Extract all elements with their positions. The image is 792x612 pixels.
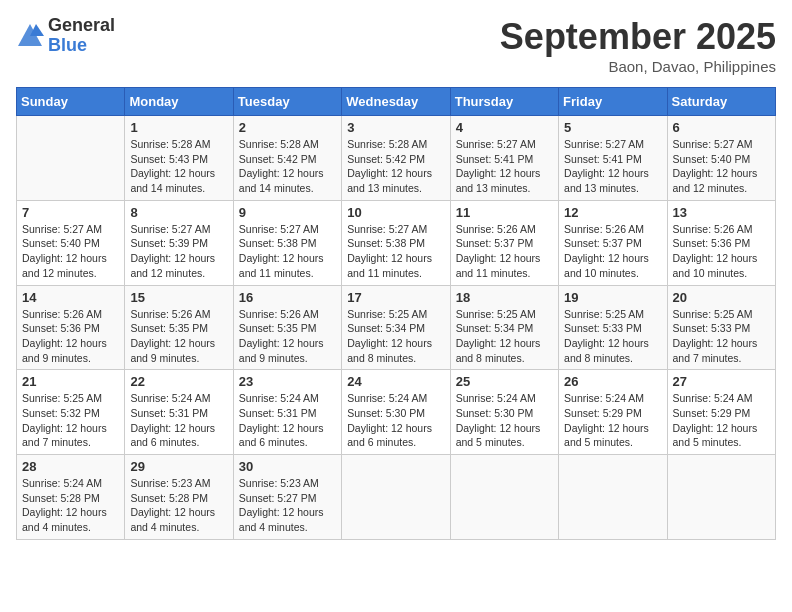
day-info: Sunrise: 5:24 AM Sunset: 5:29 PM Dayligh…: [564, 391, 661, 450]
logo-general: General: [48, 15, 115, 35]
calendar-cell: 30Sunrise: 5:23 AM Sunset: 5:27 PM Dayli…: [233, 455, 341, 540]
title-block: September 2025 Baon, Davao, Philippines: [500, 16, 776, 75]
calendar-header: SundayMondayTuesdayWednesdayThursdayFrid…: [17, 88, 776, 116]
day-info: Sunrise: 5:25 AM Sunset: 5:34 PM Dayligh…: [347, 307, 444, 366]
day-info: Sunrise: 5:26 AM Sunset: 5:35 PM Dayligh…: [239, 307, 336, 366]
day-number: 10: [347, 205, 444, 220]
calendar-cell: 26Sunrise: 5:24 AM Sunset: 5:29 PM Dayli…: [559, 370, 667, 455]
weekday-header-monday: Monday: [125, 88, 233, 116]
calendar-cell: [450, 455, 558, 540]
calendar-cell: 18Sunrise: 5:25 AM Sunset: 5:34 PM Dayli…: [450, 285, 558, 370]
day-number: 23: [239, 374, 336, 389]
calendar-table: SundayMondayTuesdayWednesdayThursdayFrid…: [16, 87, 776, 540]
calendar-cell: 20Sunrise: 5:25 AM Sunset: 5:33 PM Dayli…: [667, 285, 775, 370]
calendar-cell: 28Sunrise: 5:24 AM Sunset: 5:28 PM Dayli…: [17, 455, 125, 540]
day-info: Sunrise: 5:26 AM Sunset: 5:35 PM Dayligh…: [130, 307, 227, 366]
calendar-cell: 7Sunrise: 5:27 AM Sunset: 5:40 PM Daylig…: [17, 200, 125, 285]
day-number: 17: [347, 290, 444, 305]
day-number: 26: [564, 374, 661, 389]
calendar-cell: 17Sunrise: 5:25 AM Sunset: 5:34 PM Dayli…: [342, 285, 450, 370]
day-number: 15: [130, 290, 227, 305]
day-info: Sunrise: 5:27 AM Sunset: 5:40 PM Dayligh…: [22, 222, 119, 281]
day-number: 11: [456, 205, 553, 220]
day-number: 7: [22, 205, 119, 220]
day-info: Sunrise: 5:27 AM Sunset: 5:38 PM Dayligh…: [347, 222, 444, 281]
day-info: Sunrise: 5:25 AM Sunset: 5:33 PM Dayligh…: [564, 307, 661, 366]
day-number: 2: [239, 120, 336, 135]
day-info: Sunrise: 5:24 AM Sunset: 5:30 PM Dayligh…: [347, 391, 444, 450]
day-info: Sunrise: 5:25 AM Sunset: 5:32 PM Dayligh…: [22, 391, 119, 450]
day-number: 18: [456, 290, 553, 305]
calendar-cell: 4Sunrise: 5:27 AM Sunset: 5:41 PM Daylig…: [450, 116, 558, 201]
day-info: Sunrise: 5:26 AM Sunset: 5:37 PM Dayligh…: [456, 222, 553, 281]
day-number: 24: [347, 374, 444, 389]
calendar-cell: 6Sunrise: 5:27 AM Sunset: 5:40 PM Daylig…: [667, 116, 775, 201]
day-info: Sunrise: 5:28 AM Sunset: 5:42 PM Dayligh…: [239, 137, 336, 196]
day-number: 9: [239, 205, 336, 220]
weekday-row: SundayMondayTuesdayWednesdayThursdayFrid…: [17, 88, 776, 116]
calendar-cell: 21Sunrise: 5:25 AM Sunset: 5:32 PM Dayli…: [17, 370, 125, 455]
day-info: Sunrise: 5:24 AM Sunset: 5:29 PM Dayligh…: [673, 391, 770, 450]
logo-icon: [16, 22, 44, 50]
day-number: 13: [673, 205, 770, 220]
calendar-cell: [667, 455, 775, 540]
calendar-cell: 29Sunrise: 5:23 AM Sunset: 5:28 PM Dayli…: [125, 455, 233, 540]
weekday-header-friday: Friday: [559, 88, 667, 116]
day-info: Sunrise: 5:26 AM Sunset: 5:36 PM Dayligh…: [22, 307, 119, 366]
weekday-header-wednesday: Wednesday: [342, 88, 450, 116]
calendar-cell: 22Sunrise: 5:24 AM Sunset: 5:31 PM Dayli…: [125, 370, 233, 455]
day-info: Sunrise: 5:27 AM Sunset: 5:38 PM Dayligh…: [239, 222, 336, 281]
day-info: Sunrise: 5:25 AM Sunset: 5:34 PM Dayligh…: [456, 307, 553, 366]
day-number: 28: [22, 459, 119, 474]
calendar-week-5: 28Sunrise: 5:24 AM Sunset: 5:28 PM Dayli…: [17, 455, 776, 540]
calendar-cell: 1Sunrise: 5:28 AM Sunset: 5:43 PM Daylig…: [125, 116, 233, 201]
calendar-week-1: 1Sunrise: 5:28 AM Sunset: 5:43 PM Daylig…: [17, 116, 776, 201]
day-info: Sunrise: 5:26 AM Sunset: 5:37 PM Dayligh…: [564, 222, 661, 281]
day-number: 1: [130, 120, 227, 135]
day-number: 14: [22, 290, 119, 305]
day-number: 16: [239, 290, 336, 305]
calendar-cell: 3Sunrise: 5:28 AM Sunset: 5:42 PM Daylig…: [342, 116, 450, 201]
calendar-cell: 15Sunrise: 5:26 AM Sunset: 5:35 PM Dayli…: [125, 285, 233, 370]
day-info: Sunrise: 5:27 AM Sunset: 5:41 PM Dayligh…: [456, 137, 553, 196]
calendar-cell: 25Sunrise: 5:24 AM Sunset: 5:30 PM Dayli…: [450, 370, 558, 455]
calendar-cell: [17, 116, 125, 201]
day-number: 4: [456, 120, 553, 135]
day-number: 22: [130, 374, 227, 389]
calendar-cell: 14Sunrise: 5:26 AM Sunset: 5:36 PM Dayli…: [17, 285, 125, 370]
calendar-cell: 10Sunrise: 5:27 AM Sunset: 5:38 PM Dayli…: [342, 200, 450, 285]
calendar-week-2: 7Sunrise: 5:27 AM Sunset: 5:40 PM Daylig…: [17, 200, 776, 285]
day-number: 30: [239, 459, 336, 474]
day-number: 25: [456, 374, 553, 389]
day-info: Sunrise: 5:28 AM Sunset: 5:43 PM Dayligh…: [130, 137, 227, 196]
calendar-body: 1Sunrise: 5:28 AM Sunset: 5:43 PM Daylig…: [17, 116, 776, 540]
weekday-header-sunday: Sunday: [17, 88, 125, 116]
calendar-cell: 5Sunrise: 5:27 AM Sunset: 5:41 PM Daylig…: [559, 116, 667, 201]
logo-blue: Blue: [48, 35, 87, 55]
day-number: 6: [673, 120, 770, 135]
day-number: 27: [673, 374, 770, 389]
day-info: Sunrise: 5:24 AM Sunset: 5:31 PM Dayligh…: [130, 391, 227, 450]
weekday-header-thursday: Thursday: [450, 88, 558, 116]
day-info: Sunrise: 5:24 AM Sunset: 5:30 PM Dayligh…: [456, 391, 553, 450]
day-info: Sunrise: 5:28 AM Sunset: 5:42 PM Dayligh…: [347, 137, 444, 196]
calendar-cell: [559, 455, 667, 540]
day-number: 3: [347, 120, 444, 135]
day-info: Sunrise: 5:26 AM Sunset: 5:36 PM Dayligh…: [673, 222, 770, 281]
day-number: 19: [564, 290, 661, 305]
month-title: September 2025: [500, 16, 776, 58]
day-info: Sunrise: 5:27 AM Sunset: 5:40 PM Dayligh…: [673, 137, 770, 196]
day-info: Sunrise: 5:27 AM Sunset: 5:41 PM Dayligh…: [564, 137, 661, 196]
calendar-cell: 2Sunrise: 5:28 AM Sunset: 5:42 PM Daylig…: [233, 116, 341, 201]
day-info: Sunrise: 5:24 AM Sunset: 5:31 PM Dayligh…: [239, 391, 336, 450]
day-info: Sunrise: 5:27 AM Sunset: 5:39 PM Dayligh…: [130, 222, 227, 281]
calendar-cell: 12Sunrise: 5:26 AM Sunset: 5:37 PM Dayli…: [559, 200, 667, 285]
day-info: Sunrise: 5:23 AM Sunset: 5:27 PM Dayligh…: [239, 476, 336, 535]
page-header: General Blue September 2025 Baon, Davao,…: [16, 16, 776, 75]
day-number: 8: [130, 205, 227, 220]
calendar-cell: 23Sunrise: 5:24 AM Sunset: 5:31 PM Dayli…: [233, 370, 341, 455]
calendar-cell: 19Sunrise: 5:25 AM Sunset: 5:33 PM Dayli…: [559, 285, 667, 370]
day-info: Sunrise: 5:23 AM Sunset: 5:28 PM Dayligh…: [130, 476, 227, 535]
calendar-cell: 8Sunrise: 5:27 AM Sunset: 5:39 PM Daylig…: [125, 200, 233, 285]
logo-text: General Blue: [48, 16, 115, 56]
